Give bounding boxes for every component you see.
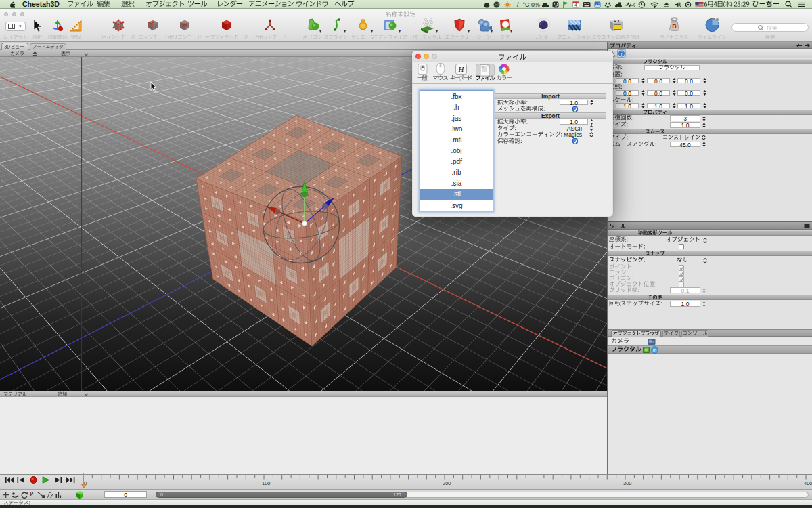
svg-text:B: B [672, 23, 677, 30]
svg-text:m: m [653, 347, 656, 352]
svg-text:i: i [621, 51, 622, 57]
svg-text:H: H [458, 65, 465, 73]
svg-text:0: 0 [633, 3, 635, 7]
svg-text:4: 4 [574, 3, 577, 7]
